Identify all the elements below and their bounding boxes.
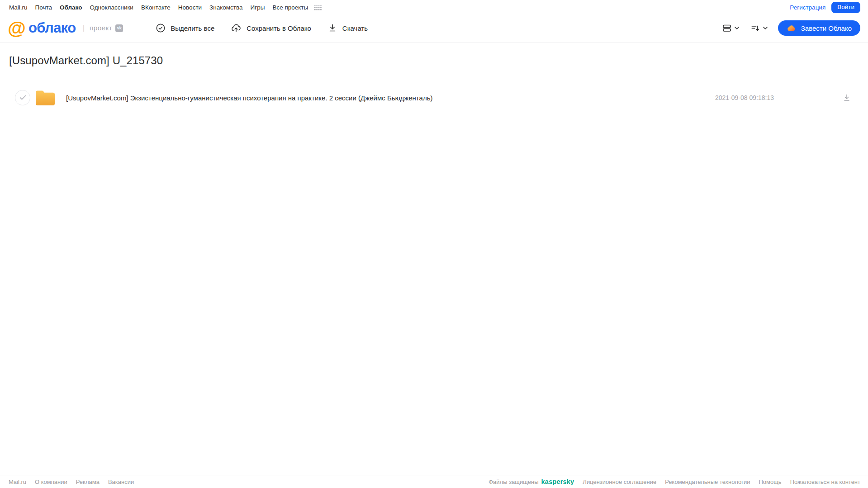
project-label: проект [90,24,112,32]
topnav-item-mailru[interactable]: Mail.ru [9,4,28,11]
toolbar-actions: Выделить все Сохранить в Облако Скачат [156,23,368,33]
row-download-icon[interactable] [843,94,851,102]
footer-link-vacancies[interactable]: Вакансии [108,479,134,485]
auth-area: Регистрация Войти [790,2,860,13]
topnav-item-znakomstva[interactable]: Знакомства [209,4,242,11]
top-navigation-bar: Mail.ru Почта Облако Одноклассники ВКонт… [0,0,868,14]
topnav-item-odnoklassniki[interactable]: Одноклассники [90,4,133,11]
footer-link-recommendations[interactable]: Рекомендательные технологии [665,479,750,485]
page-title: [UsupovMarket.com] U_215730 [9,54,859,67]
cloud-icon [787,23,797,33]
shared-folder-content: [UsupovMarket.com] U_215730 [UsupovMarke… [0,54,868,107]
cloud-upload-icon [231,23,242,33]
footer-link-help[interactable]: Помощь [759,479,781,485]
footer-right-links: Файлы защищены kaspersky Лицензионное со… [489,478,860,485]
mailru-at-icon: @ [8,20,25,36]
topnav-item-pochta[interactable]: Почта [35,4,52,11]
footer-left-links: Mail.ru О компании Реклама Вакансии [9,479,134,485]
create-cloud-label: Завести Облако [801,24,852,32]
check-circle-icon [156,23,166,33]
cloud-logo[interactable]: @ облако | проект vk [8,20,123,36]
list-view-icon [722,23,732,33]
sort-icon [750,23,760,33]
row-checkbox[interactable] [15,90,30,105]
chevron-down-icon [733,24,740,32]
protected-by-label: Файлы защищены [489,479,538,485]
kaspersky-logo: kaspersky [541,478,574,485]
footer-link-mailru[interactable]: Mail.ru [9,479,26,485]
select-all-button[interactable]: Выделить все [156,23,214,33]
topnav-item-novosti[interactable]: Новости [178,4,202,11]
cloud-toolbar: @ облако | проект vk Выделить все [0,14,868,43]
registration-link[interactable]: Регистрация [790,4,825,11]
download-button[interactable]: Скачать [327,23,368,33]
download-icon [327,23,337,33]
download-label: Скачать [342,24,368,32]
file-name-link[interactable]: [UsupovMarket.com] Экзистенциально-гуман… [66,94,432,102]
sort-dropdown[interactable] [749,21,771,35]
login-button[interactable]: Войти [831,2,860,13]
topnav-item-vse-proekty[interactable]: Все проекты [272,4,308,11]
footer-link-license[interactable]: Лицензионное соглашение [583,479,656,485]
topnav-item-vkontakte[interactable]: ВКонтакте [141,4,171,11]
footer-link-company[interactable]: О компании [35,479,67,485]
projects-nav: Mail.ru Почта Облако Одноклассники ВКонт… [9,4,322,11]
chevron-down-icon [762,24,769,32]
footer-link-ads[interactable]: Реклама [76,479,100,485]
file-date: 2021-09-08 09:18:13 [715,94,774,101]
cloud-logo-text: облако [28,20,76,36]
apps-grid-icon[interactable] [314,5,322,11]
folder-icon [35,89,56,106]
topnav-item-igry[interactable]: Игры [251,4,265,11]
select-all-label: Выделить все [171,24,214,32]
save-to-cloud-label: Сохранить в Облако [247,24,311,32]
file-row[interactable]: [UsupovMarket.com] Экзистенциально-гуман… [9,89,859,107]
save-to-cloud-button[interactable]: Сохранить в Облако [231,23,311,33]
checkmark-icon [19,95,26,100]
footer-link-report-content[interactable]: Пожаловаться на контент [790,479,860,485]
footer: Mail.ru О компании Реклама Вакансии Файл… [0,475,868,488]
vk-icon: vk [115,24,123,32]
kaspersky-protection: Файлы защищены kaspersky [489,478,574,485]
create-cloud-button[interactable]: Завести Облако [778,20,860,36]
view-mode-dropdown[interactable] [720,21,742,35]
logo-divider: | [83,24,85,33]
topnav-item-oblako[interactable]: Облако [60,4,82,11]
toolbar-right-controls: Завести Облако [720,20,860,36]
